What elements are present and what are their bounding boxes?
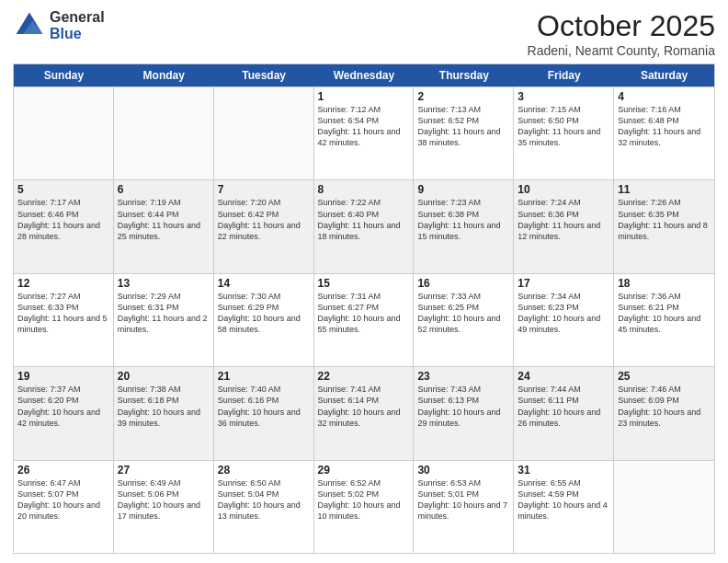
day-number: 26 [17,464,109,477]
day-cell-29: 29Sunrise: 6:52 AM Sunset: 5:02 PM Dayli… [314,461,415,553]
logo-blue: Blue [50,26,82,41]
day-info: Sunrise: 7:33 AM Sunset: 6:25 PM Dayligh… [417,291,509,336]
day-number: 11 [618,183,711,196]
day-number: 21 [218,370,310,383]
day-cell-18: 18Sunrise: 7:36 AM Sunset: 6:21 PM Dayli… [614,274,714,366]
day-header-friday: Friday [514,64,614,86]
day-cell-24: 24Sunrise: 7:44 AM Sunset: 6:11 PM Dayli… [514,367,614,459]
day-number: 19 [17,370,109,383]
day-header-thursday: Thursday [414,64,514,86]
day-info: Sunrise: 7:22 AM Sunset: 6:40 PM Dayligh… [318,197,410,242]
day-number: 29 [318,464,410,477]
day-cell-4: 4Sunrise: 7:16 AM Sunset: 6:48 PM Daylig… [614,87,714,179]
day-number: 23 [417,370,509,383]
day-cell-22: 22Sunrise: 7:41 AM Sunset: 6:14 PM Dayli… [314,367,415,459]
day-info: Sunrise: 6:50 AM Sunset: 5:04 PM Dayligh… [218,477,310,523]
day-info: Sunrise: 7:27 AM Sunset: 6:33 PM Dayligh… [17,291,109,336]
calendar-week-4: 19Sunrise: 7:37 AM Sunset: 6:20 PM Dayli… [14,366,714,459]
day-number: 2 [417,90,509,103]
logo-general: General [50,9,105,25]
day-info: Sunrise: 7:38 AM Sunset: 6:18 PM Dayligh… [118,384,210,429]
day-number: 5 [17,183,109,196]
day-header-wednesday: Wednesday [314,64,415,86]
page: General Blue October 2025 Radeni, Neamt … [0,0,728,563]
day-cell-28: 28Sunrise: 6:50 AM Sunset: 5:04 PM Dayli… [214,461,314,553]
logo-icon [13,9,46,42]
calendar-subtitle: Radeni, Neamt County, Romania [528,43,715,58]
day-info: Sunrise: 7:40 AM Sunset: 6:16 PM Dayligh… [218,384,310,429]
day-info: Sunrise: 7:12 AM Sunset: 6:54 PM Dayligh… [318,104,410,149]
day-number: 8 [318,183,410,196]
day-number: 30 [417,464,509,477]
day-info: Sunrise: 6:53 AM Sunset: 5:01 PM Dayligh… [417,477,509,523]
day-info: Sunrise: 7:29 AM Sunset: 6:31 PM Dayligh… [118,291,210,336]
calendar-week-3: 12Sunrise: 7:27 AM Sunset: 6:33 PM Dayli… [14,273,714,366]
logo-text: General Blue [50,9,105,41]
day-cell-19: 19Sunrise: 7:37 AM Sunset: 6:20 PM Dayli… [14,367,114,459]
day-info: Sunrise: 6:47 AM Sunset: 5:07 PM Dayligh… [17,477,109,523]
day-number: 20 [118,370,210,383]
day-cell-20: 20Sunrise: 7:38 AM Sunset: 6:18 PM Dayli… [114,367,214,459]
day-info: Sunrise: 7:31 AM Sunset: 6:27 PM Dayligh… [318,291,410,336]
day-cell-3: 3Sunrise: 7:15 AM Sunset: 6:50 PM Daylig… [514,87,614,179]
day-number: 9 [417,183,509,196]
day-number: 6 [118,183,210,196]
day-cell-7: 7Sunrise: 7:20 AM Sunset: 6:42 PM Daylig… [214,180,314,272]
day-cell-6: 6Sunrise: 7:19 AM Sunset: 6:44 PM Daylig… [114,180,214,272]
day-header-monday: Monday [114,64,214,86]
day-cell-30: 30Sunrise: 6:53 AM Sunset: 5:01 PM Dayli… [414,461,514,553]
calendar-title: October 2025 [528,9,715,43]
day-info: Sunrise: 7:30 AM Sunset: 6:29 PM Dayligh… [218,291,310,336]
day-cell-empty [214,87,314,179]
day-cell-9: 9Sunrise: 7:23 AM Sunset: 6:38 PM Daylig… [414,180,514,272]
day-info: Sunrise: 7:36 AM Sunset: 6:21 PM Dayligh… [618,291,711,336]
day-info: Sunrise: 6:49 AM Sunset: 5:06 PM Dayligh… [118,477,210,523]
logo: General Blue [13,9,105,42]
day-cell-27: 27Sunrise: 6:49 AM Sunset: 5:06 PM Dayli… [114,461,214,553]
day-cell-23: 23Sunrise: 7:43 AM Sunset: 6:13 PM Dayli… [414,367,514,459]
day-info: Sunrise: 7:34 AM Sunset: 6:23 PM Dayligh… [518,291,609,336]
day-number: 22 [318,370,410,383]
day-info: Sunrise: 7:15 AM Sunset: 6:50 PM Dayligh… [518,104,609,149]
day-info: Sunrise: 7:16 AM Sunset: 6:48 PM Dayligh… [618,104,711,149]
day-header-tuesday: Tuesday [214,64,314,86]
day-info: Sunrise: 7:44 AM Sunset: 6:11 PM Dayligh… [518,384,609,429]
day-number: 13 [118,277,210,290]
title-block: October 2025 Radeni, Neamt County, Roman… [528,9,715,58]
day-info: Sunrise: 7:37 AM Sunset: 6:20 PM Dayligh… [17,384,109,429]
calendar-body: 1Sunrise: 7:12 AM Sunset: 6:54 PM Daylig… [14,86,714,553]
day-number: 12 [17,277,109,290]
day-cell-empty [114,87,214,179]
day-cell-17: 17Sunrise: 7:34 AM Sunset: 6:23 PM Dayli… [514,274,614,366]
day-number: 4 [618,90,711,103]
day-number: 14 [218,277,310,290]
day-info: Sunrise: 6:52 AM Sunset: 5:02 PM Dayligh… [318,477,410,523]
day-number: 16 [417,277,509,290]
day-number: 7 [218,183,310,196]
day-number: 1 [318,90,410,103]
day-number: 17 [518,277,609,290]
day-header-saturday: Saturday [614,64,714,86]
calendar-header: SundayMondayTuesdayWednesdayThursdayFrid… [14,64,714,86]
day-info: Sunrise: 7:19 AM Sunset: 6:44 PM Dayligh… [118,197,210,242]
day-cell-12: 12Sunrise: 7:27 AM Sunset: 6:33 PM Dayli… [14,274,114,366]
day-cell-13: 13Sunrise: 7:29 AM Sunset: 6:31 PM Dayli… [114,274,214,366]
day-info: Sunrise: 7:17 AM Sunset: 6:46 PM Dayligh… [17,197,109,242]
day-cell-5: 5Sunrise: 7:17 AM Sunset: 6:46 PM Daylig… [14,180,114,272]
day-info: Sunrise: 7:43 AM Sunset: 6:13 PM Dayligh… [417,384,509,429]
calendar: SundayMondayTuesdayWednesdayThursdayFrid… [13,63,715,554]
day-cell-31: 31Sunrise: 6:55 AM Sunset: 4:59 PM Dayli… [514,461,614,553]
day-info: Sunrise: 7:23 AM Sunset: 6:38 PM Dayligh… [417,197,509,242]
day-cell-empty [14,87,114,179]
day-info: Sunrise: 7:41 AM Sunset: 6:14 PM Dayligh… [318,384,410,429]
calendar-week-2: 5Sunrise: 7:17 AM Sunset: 6:46 PM Daylig… [14,179,714,272]
day-info: Sunrise: 7:13 AM Sunset: 6:52 PM Dayligh… [417,104,509,149]
day-cell-10: 10Sunrise: 7:24 AM Sunset: 6:36 PM Dayli… [514,180,614,272]
day-cell-14: 14Sunrise: 7:30 AM Sunset: 6:29 PM Dayli… [214,274,314,366]
day-cell-21: 21Sunrise: 7:40 AM Sunset: 6:16 PM Dayli… [214,367,314,459]
day-header-sunday: Sunday [14,64,114,86]
day-number: 10 [518,183,609,196]
day-cell-15: 15Sunrise: 7:31 AM Sunset: 6:27 PM Dayli… [314,274,415,366]
day-cell-26: 26Sunrise: 6:47 AM Sunset: 5:07 PM Dayli… [14,461,114,553]
calendar-week-5: 26Sunrise: 6:47 AM Sunset: 5:07 PM Dayli… [14,460,714,553]
